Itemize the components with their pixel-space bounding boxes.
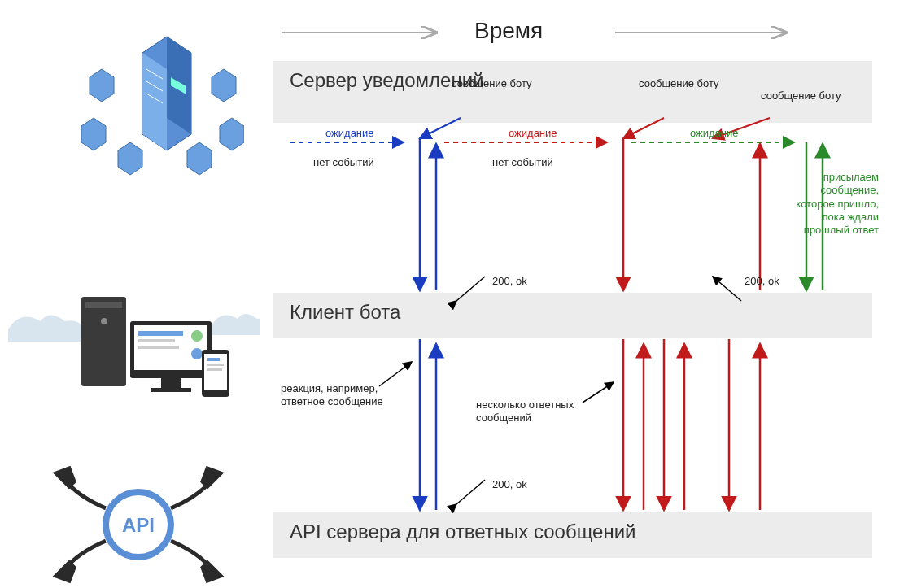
svg-rect-21 [207,364,224,366]
svg-line-48 [583,382,614,403]
servers-cluster-icon [65,12,244,183]
svg-rect-12 [138,339,175,342]
no-events-b: нет событий [492,156,553,169]
waiting-green-label: ожидание [690,127,739,140]
reaction-label: реакция, например, ответное сообщение [281,382,383,409]
svg-rect-16 [161,378,181,388]
msg-to-bot-c: сообщение боту [761,89,841,102]
multi-resp-label: несколько ответных сообщений [476,399,574,425]
svg-line-47 [379,362,412,386]
svg-line-49 [456,480,485,504]
queued-msg-label: присылаем сообщение, которое пришло, пок… [781,171,879,237]
svg-line-30 [623,118,664,138]
svg-line-46 [713,277,741,301]
svg-rect-6 [81,297,126,386]
svg-rect-17 [151,388,191,392]
status-200-bottom: 200, ok [492,478,527,491]
svg-rect-7 [85,302,122,308]
svg-point-8 [101,318,107,324]
svg-point-14 [191,330,203,342]
status-200-b: 200, ok [745,275,779,288]
svg-rect-11 [138,331,183,336]
svg-text:API: API [122,514,155,536]
svg-rect-22 [207,368,222,371]
time-axis [273,23,872,47]
waiting-red-label: ожидание [509,127,557,140]
api-plug-icon: API [45,464,232,586]
msg-to-bot-a: сообщение боту [452,77,532,90]
time-label: Время [474,16,543,45]
svg-point-15 [191,348,203,359]
svg-line-26 [420,118,461,138]
client-devices-icon [8,281,260,419]
no-events-a: нет событий [313,156,374,169]
waiting-blue-label: ожидание [325,127,374,140]
svg-rect-20 [207,358,220,361]
svg-rect-13 [138,346,179,349]
status-200-a: 200, ok [492,275,527,288]
msg-to-bot-b: сообщение боту [639,77,719,90]
svg-line-45 [456,277,485,301]
